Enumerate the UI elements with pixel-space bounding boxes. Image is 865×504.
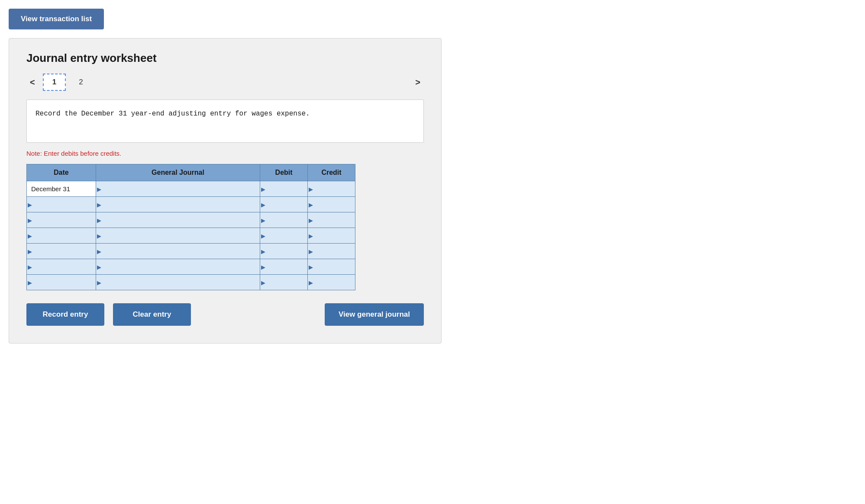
- date-cell-1[interactable]: ▶: [27, 197, 96, 212]
- journal-input-2[interactable]: [96, 212, 260, 228]
- credit-cell-2[interactable]: ▶: [308, 212, 355, 228]
- date-input-2[interactable]: [27, 212, 96, 228]
- worksheet-title: Journal entry worksheet: [26, 51, 424, 65]
- journal-table: Date General Journal Debit Credit Decemb…: [26, 164, 355, 290]
- debit-input-0[interactable]: [260, 181, 307, 196]
- tab-1[interactable]: 1: [43, 74, 66, 91]
- journal-cell-6[interactable]: ▶: [96, 275, 260, 290]
- table-row: ▶▶▶▶: [27, 275, 355, 290]
- instruction-box: Record the December 31 year-end adjustin…: [26, 100, 424, 143]
- debit-cell-6[interactable]: ▶: [260, 275, 308, 290]
- clear-entry-button[interactable]: Clear entry: [113, 303, 191, 326]
- table-row: ▶▶▶▶: [27, 197, 355, 212]
- worksheet-container: Journal entry worksheet < 1 2 > Record t…: [9, 38, 442, 343]
- date-cell-6[interactable]: ▶: [27, 275, 96, 290]
- debit-input-5[interactable]: [260, 259, 307, 274]
- journal-cell-5[interactable]: ▶: [96, 259, 260, 275]
- journal-cell-3[interactable]: ▶: [96, 228, 260, 244]
- credit-cell-3[interactable]: ▶: [308, 228, 355, 244]
- debit-cell-2[interactable]: ▶: [260, 212, 308, 228]
- header-general-journal: General Journal: [96, 164, 260, 181]
- debit-input-6[interactable]: [260, 275, 307, 290]
- date-cell-3[interactable]: ▶: [27, 228, 96, 244]
- debit-cell-4[interactable]: ▶: [260, 244, 308, 259]
- table-row: ▶▶▶▶: [27, 212, 355, 228]
- note-text: Note: Enter debits before credits.: [26, 150, 424, 157]
- credit-input-3[interactable]: [308, 228, 355, 243]
- credit-input-2[interactable]: [308, 212, 355, 228]
- credit-input-4[interactable]: [308, 244, 355, 259]
- nav-prev-button[interactable]: <: [26, 76, 39, 89]
- credit-input-0[interactable]: [308, 181, 355, 196]
- table-row: ▶▶▶▶: [27, 228, 355, 244]
- instruction-text: Record the December 31 year-end adjustin…: [36, 110, 310, 118]
- table-row: ▶▶▶▶: [27, 244, 355, 259]
- debit-input-1[interactable]: [260, 197, 307, 212]
- date-cell-0: December 31: [27, 181, 96, 197]
- journal-input-1[interactable]: [96, 197, 260, 212]
- header-credit: Credit: [308, 164, 355, 181]
- view-general-journal-button[interactable]: View general journal: [325, 303, 424, 326]
- action-buttons: Record entry Clear entry View general jo…: [26, 303, 424, 326]
- date-cell-5[interactable]: ▶: [27, 259, 96, 275]
- tab-navigation: < 1 2 >: [26, 74, 424, 91]
- journal-cell-4[interactable]: ▶: [96, 244, 260, 259]
- credit-cell-1[interactable]: ▶: [308, 197, 355, 212]
- debit-cell-1[interactable]: ▶: [260, 197, 308, 212]
- debit-cell-5[interactable]: ▶: [260, 259, 308, 275]
- record-entry-button[interactable]: Record entry: [26, 303, 104, 326]
- debit-cell-3[interactable]: ▶: [260, 228, 308, 244]
- credit-cell-0[interactable]: ▶: [308, 181, 355, 197]
- view-transaction-button[interactable]: View transaction list: [9, 9, 104, 29]
- journal-input-5[interactable]: [96, 259, 260, 274]
- journal-input-3[interactable]: [96, 228, 260, 243]
- debit-input-3[interactable]: [260, 228, 307, 243]
- date-input-6[interactable]: [27, 275, 96, 290]
- tab-2[interactable]: 2: [70, 74, 91, 90]
- journal-cell-1[interactable]: ▶: [96, 197, 260, 212]
- journal-input-6[interactable]: [96, 275, 260, 290]
- credit-cell-5[interactable]: ▶: [308, 259, 355, 275]
- journal-input-0[interactable]: [96, 181, 260, 196]
- header-debit: Debit: [260, 164, 308, 181]
- header-date: Date: [27, 164, 96, 181]
- debit-input-4[interactable]: [260, 244, 307, 259]
- table-row: December 31▶▶▶: [27, 181, 355, 197]
- debit-input-2[interactable]: [260, 212, 307, 228]
- date-input-3[interactable]: [27, 228, 96, 243]
- credit-cell-4[interactable]: ▶: [308, 244, 355, 259]
- credit-cell-6[interactable]: ▶: [308, 275, 355, 290]
- date-input-5[interactable]: [27, 259, 96, 274]
- top-bar: View transaction list: [9, 9, 856, 29]
- journal-cell-2[interactable]: ▶: [96, 212, 260, 228]
- date-input-1[interactable]: [27, 197, 96, 212]
- date-cell-2[interactable]: ▶: [27, 212, 96, 228]
- date-input-4[interactable]: [27, 244, 96, 259]
- nav-next-button[interactable]: >: [412, 76, 424, 89]
- credit-input-5[interactable]: [308, 259, 355, 274]
- table-row: ▶▶▶▶: [27, 259, 355, 275]
- credit-input-6[interactable]: [308, 275, 355, 290]
- journal-input-4[interactable]: [96, 244, 260, 259]
- journal-cell-0[interactable]: ▶: [96, 181, 260, 197]
- date-cell-4[interactable]: ▶: [27, 244, 96, 259]
- debit-cell-0[interactable]: ▶: [260, 181, 308, 197]
- credit-input-1[interactable]: [308, 197, 355, 212]
